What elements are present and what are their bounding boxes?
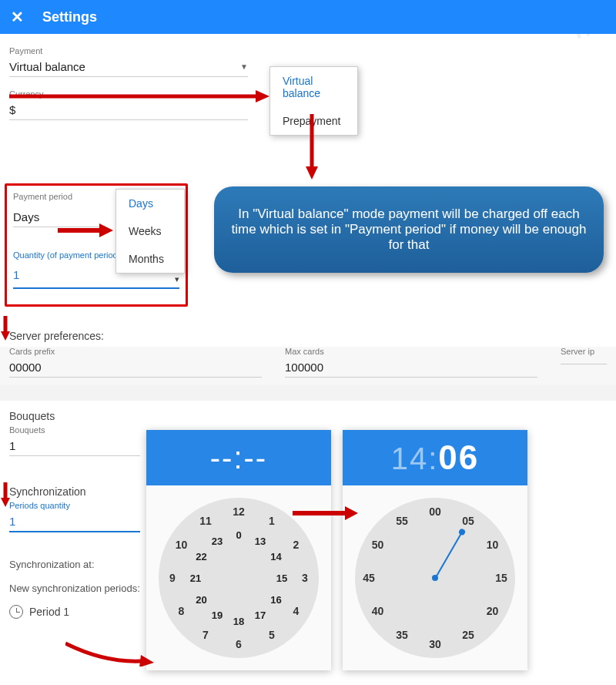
hour-11[interactable]: 11 xyxy=(197,515,214,527)
chevron-down-icon: ▼ xyxy=(240,62,248,71)
svg-marker-12 xyxy=(139,655,154,667)
max-cards-label: Max cards xyxy=(285,347,537,356)
hour-21[interactable]: 21 xyxy=(187,573,204,584)
minute-20[interactable]: 20 xyxy=(484,605,500,617)
periods-qty-field[interactable]: 1 xyxy=(9,512,140,532)
minute-50[interactable]: 50 xyxy=(370,539,387,551)
hour-dial[interactable]: 12123456789101101314151617181920212223 xyxy=(159,498,319,658)
server-preferences-row: Cards prefix 00000 Max cards 100000 Serv… xyxy=(0,347,616,385)
svg-marker-1 xyxy=(256,90,270,102)
time-picker-minutes[interactable]: 14:06 000510152025303540455055 xyxy=(343,430,527,670)
hour-12[interactable]: 12 xyxy=(230,505,247,518)
hour-9[interactable]: 9 xyxy=(164,572,181,584)
time-display: --:-- xyxy=(210,441,267,475)
hour-13[interactable]: 13 xyxy=(252,535,269,546)
hour-19[interactable]: 19 xyxy=(209,609,226,621)
clock-icon xyxy=(9,605,23,619)
server-preferences-title: Server preferences: xyxy=(0,316,616,347)
hour-22[interactable]: 22 xyxy=(193,551,210,562)
payment-label: Payment xyxy=(9,46,248,55)
time-display: 14:06 xyxy=(391,438,480,477)
minute-05[interactable]: 05 xyxy=(460,515,477,527)
hour-23[interactable]: 23 xyxy=(209,535,226,546)
hour-14[interactable]: 14 xyxy=(267,551,284,562)
hour-7[interactable]: 7 xyxy=(197,629,214,641)
hour-2[interactable]: 2 xyxy=(287,539,304,551)
arrow-annotation xyxy=(65,640,154,667)
bouquets-section: Bouquets xyxy=(9,407,140,425)
arrow-annotation xyxy=(0,482,11,507)
minute-35[interactable]: 35 xyxy=(393,629,410,641)
time-picker-hours[interactable]: --:-- 1212345678910110131415161718192021… xyxy=(146,430,331,670)
svg-marker-9 xyxy=(1,498,10,507)
sync-at-label: Synchronization at: xyxy=(9,559,140,570)
minute-25[interactable]: 25 xyxy=(460,629,477,641)
server-ip-label: Server ip xyxy=(561,347,607,356)
hour-5[interactable]: 5 xyxy=(263,629,280,641)
max-cards-field[interactable]: 100000 xyxy=(285,358,537,378)
payment-option-virtual[interactable]: Virtual balance xyxy=(270,67,357,107)
hour-16[interactable]: 16 xyxy=(267,594,284,606)
sync-section: Synchronization xyxy=(9,482,140,501)
svg-marker-11 xyxy=(345,506,358,520)
arrow-annotation xyxy=(0,316,11,341)
period-option-weeks[interactable]: Weeks xyxy=(116,217,184,245)
svg-marker-3 xyxy=(306,166,318,180)
minute-15[interactable]: 15 xyxy=(493,572,510,584)
hour-3[interactable]: 3 xyxy=(296,572,313,584)
cards-prefix-label: Cards prefix xyxy=(9,347,262,356)
payment-select[interactable]: Virtual balance ▼ xyxy=(9,57,248,77)
hour-8[interactable]: 8 xyxy=(173,605,190,617)
bouquets-label: Bouquets xyxy=(9,425,140,435)
minute-55[interactable]: 55 xyxy=(393,515,410,527)
bouquets-field[interactable]: 1 xyxy=(9,436,140,456)
arrow-annotation xyxy=(293,505,358,522)
cards-prefix-field[interactable]: 00000 xyxy=(9,358,262,378)
svg-marker-7 xyxy=(1,331,10,341)
hour-17[interactable]: 17 xyxy=(252,609,269,621)
minute-40[interactable]: 40 xyxy=(370,605,387,617)
new-sync-periods-label: New synchronization periods: xyxy=(9,583,140,594)
svg-marker-5 xyxy=(99,223,113,237)
minute-30[interactable]: 30 xyxy=(427,638,444,650)
hour-1[interactable]: 1 xyxy=(263,515,280,527)
arrow-annotation xyxy=(9,89,271,104)
hour-18[interactable]: 18 xyxy=(230,616,247,627)
minute-00[interactable]: 00 xyxy=(427,505,444,518)
hour-20[interactable]: 20 xyxy=(193,594,210,606)
info-callout: In "Virtual balance" mode payment will b… xyxy=(214,186,604,273)
page-title: Settings xyxy=(42,9,97,25)
arrow-annotation xyxy=(58,222,113,239)
period-option-days[interactable]: Days xyxy=(116,190,184,217)
close-icon[interactable]: ✕ xyxy=(11,8,24,26)
settings-header: ✕ Settings xyxy=(0,0,616,34)
hour-6[interactable]: 6 xyxy=(230,638,247,650)
periods-qty-label: Periods quantity xyxy=(9,501,140,510)
hour-15[interactable]: 15 xyxy=(273,573,290,584)
hour-0[interactable]: 0 xyxy=(230,529,247,541)
arrow-annotation xyxy=(304,114,320,180)
minute-dial[interactable]: 000510152025303540455055 xyxy=(355,498,515,658)
hour-4[interactable]: 4 xyxy=(287,605,304,617)
server-ip-field[interactable] xyxy=(561,358,607,364)
hour-10[interactable]: 10 xyxy=(173,539,190,551)
period-option-months[interactable]: Months xyxy=(116,245,184,273)
period-dropdown-menu: Days Weeks Months xyxy=(116,189,185,274)
period-item[interactable]: Period 1 xyxy=(9,605,140,619)
minute-10[interactable]: 10 xyxy=(484,539,500,551)
minute-45[interactable]: 45 xyxy=(360,572,377,584)
